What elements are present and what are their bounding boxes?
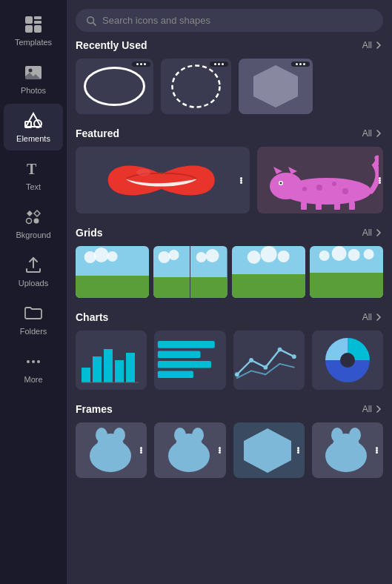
recently-used-all-label: All [362, 40, 372, 50]
shape-item-oval[interactable] [76, 59, 153, 114]
svg-rect-63 [126, 353, 135, 382]
frames-row [76, 422, 383, 478]
frame-3-dots-button[interactable] [297, 447, 299, 454]
sidebar: Templates Photos Elements T Text [0, 0, 67, 584]
chart-item-line[interactable] [233, 331, 305, 390]
shape-item-hexagon[interactable] [239, 59, 313, 114]
recently-used-all[interactable]: All [362, 40, 383, 50]
grids-all[interactable]: All [362, 228, 383, 238]
recently-used-title: Recently Used [76, 39, 147, 51]
svg-point-30 [302, 187, 307, 191]
frame-1-dots-button[interactable] [140, 447, 142, 454]
svg-rect-26 [349, 201, 355, 210]
lips-dots-button[interactable] [240, 177, 242, 184]
frame-item-3[interactable] [233, 422, 305, 478]
chevron-right-icon [374, 228, 383, 237]
sidebar-item-folders[interactable]: Folders [4, 296, 63, 343]
shape-item-dashed-circle[interactable] [161, 59, 231, 114]
search-input[interactable] [102, 15, 373, 26]
svg-point-28 [332, 182, 336, 186]
grids-title: Grids [76, 227, 103, 239]
oval-dots-button[interactable] [132, 62, 150, 67]
frames-title: Frames [76, 403, 113, 415]
frame-4-dots-button[interactable] [376, 447, 378, 454]
svg-rect-0 [25, 16, 33, 24]
frames-all-label: All [362, 404, 372, 414]
chevron-right-icon [374, 405, 383, 414]
chart-item-horizontal-bar[interactable] [154, 331, 225, 390]
featured-item-lips[interactable] [76, 147, 250, 213]
svg-point-56 [331, 246, 346, 261]
svg-rect-3 [25, 25, 33, 33]
svg-marker-19 [253, 65, 298, 107]
svg-point-43 [169, 250, 179, 260]
charts-header: Charts All [76, 311, 383, 323]
frame-item-4[interactable] [312, 422, 383, 478]
grid-item-1[interactable] [76, 246, 149, 298]
frame-item-1[interactable] [76, 422, 147, 478]
charts-all-label: All [362, 312, 372, 322]
svg-rect-65 [158, 341, 215, 348]
frames-all[interactable]: All [362, 404, 383, 414]
sidebar-item-elements[interactable]: Elements [4, 104, 63, 150]
sidebar-item-templates[interactable]: Templates [4, 7, 63, 54]
charts-row [76, 331, 383, 390]
search-bar [67, 0, 392, 39]
svg-rect-23 [301, 201, 307, 210]
templates-icon [24, 15, 43, 34]
featured-item-leopard[interactable] [257, 147, 383, 213]
grids-header: Grids All [76, 227, 383, 239]
grid-item-3[interactable] [232, 246, 305, 298]
search-input-wrap[interactable] [76, 9, 383, 32]
chevron-right-icon [374, 313, 383, 322]
svg-point-79 [113, 428, 125, 442]
svg-rect-49 [232, 274, 305, 298]
hexagon-dots-button[interactable] [291, 62, 310, 67]
svg-point-20 [136, 169, 150, 176]
svg-point-55 [319, 250, 329, 261]
svg-point-51 [260, 246, 276, 262]
svg-point-6 [29, 69, 33, 73]
svg-rect-4 [34, 25, 41, 33]
svg-point-27 [316, 185, 322, 190]
frame-2-dots-button[interactable] [219, 447, 221, 454]
chart-item-bar[interactable] [76, 331, 147, 390]
svg-rect-36 [76, 276, 149, 298]
sidebar-item-uploads[interactable]: Uploads [4, 248, 63, 295]
background-icon [24, 208, 43, 227]
section-frames: Frames All [76, 403, 383, 478]
frame-item-2[interactable] [154, 422, 225, 478]
svg-rect-60 [93, 356, 102, 382]
section-featured: Featured All [76, 127, 383, 213]
sidebar-item-label: Photos [21, 86, 46, 95]
dashed-circle-dots-button[interactable] [210, 62, 228, 67]
svg-marker-84 [244, 428, 291, 473]
svg-point-14 [37, 360, 40, 363]
sidebar-item-label: Text [26, 182, 41, 191]
svg-rect-61 [104, 349, 113, 382]
sidebar-item-background[interactable]: Bkground [4, 200, 63, 247]
chart-item-pie[interactable] [312, 331, 383, 390]
svg-point-39 [107, 251, 118, 262]
svg-rect-59 [82, 368, 90, 382]
folders-icon [24, 304, 43, 323]
sidebar-item-more[interactable]: More [4, 345, 63, 391]
content-scroll[interactable]: Recently Used All [67, 39, 392, 584]
svg-point-47 [206, 249, 219, 262]
svg-rect-45 [190, 277, 227, 298]
svg-point-18 [173, 66, 220, 107]
svg-line-16 [93, 22, 96, 25]
svg-point-83 [192, 428, 204, 442]
featured-all-label: All [362, 128, 372, 139]
featured-all[interactable]: All [362, 128, 383, 139]
charts-all[interactable]: All [362, 312, 383, 322]
leopard-dots-button[interactable] [379, 177, 381, 184]
svg-point-50 [247, 250, 260, 264]
grid-item-4[interactable] [310, 246, 383, 298]
featured-title: Featured [76, 127, 119, 139]
svg-point-12 [27, 360, 30, 363]
sidebar-item-text[interactable]: T Text [4, 152, 63, 199]
svg-point-46 [196, 252, 207, 262]
sidebar-item-photos[interactable]: Photos [4, 56, 63, 102]
grid-item-2[interactable] [153, 246, 227, 298]
